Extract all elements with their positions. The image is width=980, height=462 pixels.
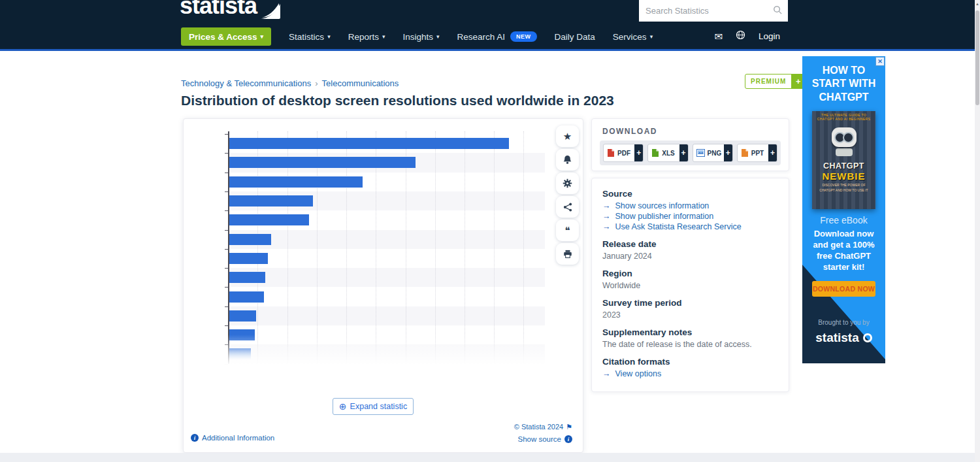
png-file-icon (696, 149, 705, 157)
nav-item-insights[interactable]: Insights▾ (402, 32, 439, 42)
download-pdf-button[interactable]: PDF+ (603, 144, 644, 162)
download-now-button[interactable]: DOWNLOAD NOW (812, 281, 875, 297)
bar-1280x720[interactable] (229, 214, 309, 225)
region-value: Worldwide (602, 281, 778, 290)
download-format-label: PDF (617, 150, 634, 157)
nav-item-services[interactable]: Services▾ (613, 32, 653, 42)
source-heading: Source (602, 189, 778, 199)
nav-right-cluster: ✉ Login (714, 30, 780, 42)
expand-label: Expand statistic (350, 402, 408, 411)
gridline (465, 131, 465, 364)
citation-quote-icon[interactable]: ❝ (556, 220, 579, 241)
axis-tick (225, 268, 228, 269)
ebook-top-line: THE ULTIMATE GUIDE TO CHATGPT AND AI BEG… (812, 111, 875, 121)
bar-2560x1440[interactable] (229, 253, 268, 264)
page-scrollbar[interactable]: ▲ (975, 0, 980, 462)
breadcrumb-link-category[interactable]: Technology & Telecommunications (181, 78, 311, 88)
breadcrumb-link-subcategory[interactable]: Telecommunications (322, 78, 399, 88)
globe-icon[interactable] (736, 30, 745, 42)
ad-close-icon[interactable]: ✕ (875, 57, 885, 66)
download-xls-button[interactable]: XLS+ (647, 144, 688, 162)
bar-1280x1024[interactable] (229, 291, 264, 303)
statista-logo[interactable]: statista (180, 0, 280, 20)
nav-item-reports[interactable]: Reports▾ (348, 32, 385, 42)
axis-tick (225, 210, 228, 211)
ad-free-ebook-label: Free eBook (802, 215, 885, 225)
scrollbar-up-arrow[interactable]: ▲ (975, 2, 980, 6)
plus-icon[interactable]: + (768, 144, 777, 161)
download-buttons: PDF+XLS+PNG+PPT+ (600, 140, 781, 165)
page-title: Distribution of desktop screen resolutio… (181, 93, 769, 108)
chart-row: 1536x864 (184, 173, 545, 191)
chart-toolbar: ★❝ (556, 125, 580, 265)
chart-row: 768x1024 (184, 306, 545, 325)
info-icon: i (191, 434, 199, 442)
chart-row: 1600x900 (184, 230, 545, 249)
search-icon[interactable] (773, 5, 783, 18)
flag-icon[interactable]: ⚑ (566, 423, 572, 431)
robot-illustration (832, 127, 857, 147)
login-link[interactable]: Login (759, 31, 780, 41)
mail-icon[interactable]: ✉ (714, 31, 723, 42)
chart-row: 1366x768 (184, 153, 545, 172)
ad-headline: HOW TO START WITH CHATGPT (802, 64, 885, 104)
arrow-icon: → (602, 222, 611, 231)
supplementary-notes-heading: Supplementary notes (602, 327, 778, 337)
gridline (435, 131, 436, 364)
axis-tick (225, 230, 228, 231)
chevron-down-icon: ▾ (382, 33, 385, 40)
bar-1536x864[interactable] (229, 176, 363, 188)
bar-1920x1080[interactable] (229, 138, 509, 149)
nav-item-research-ai[interactable]: Research AINEW (457, 31, 537, 42)
additional-information-link[interactable]: i Additional Information (191, 434, 274, 442)
bar-810x1080[interactable] (229, 272, 265, 283)
region-section: Region Worldwide (602, 269, 778, 290)
axis-tick (225, 153, 228, 154)
search-input[interactable] (639, 0, 788, 22)
nav-item-statistics[interactable]: Statistics▾ (289, 32, 331, 42)
scrollbar-thumb[interactable] (975, 10, 979, 105)
source-link[interactable]: →Show publisher information (602, 212, 778, 221)
statista-logo-text: statista (180, 0, 257, 20)
ebook-tagline: DISCOVER THE POWER OF CHATGPT AND HOW TO… (812, 183, 875, 193)
nav-item-daily-data[interactable]: Daily Data (555, 32, 595, 42)
top-nav: statista Prices & Access▾Statistics▾Repo… (0, 0, 975, 51)
expand-statistic-button[interactable]: ⊕ Expand statistic (333, 398, 414, 415)
source-section: Source →Show sources information→Show pu… (602, 189, 778, 231)
main-menu: Prices & Access▾Statistics▾Reports▾Insig… (181, 27, 653, 46)
chevron-down-icon: ▾ (436, 33, 440, 40)
bar-1440x900[interactable] (229, 195, 313, 206)
additional-info-label: Additional Information (202, 434, 274, 442)
gridline (523, 131, 524, 364)
notification-bell-icon[interactable] (556, 149, 579, 171)
robot-body (836, 148, 853, 156)
share-icon[interactable] (556, 196, 579, 218)
bar-1366x768[interactable] (229, 157, 416, 168)
view-options-link[interactable]: → View options (602, 369, 778, 378)
gridline (494, 131, 495, 364)
ebook-subtitle: NEWBIE (812, 171, 875, 182)
survey-period-value: 2023 (602, 310, 778, 320)
settings-gear-icon[interactable] (556, 173, 579, 194)
source-link[interactable]: →Show sources information (602, 201, 778, 210)
download-png-button[interactable]: PNG+ (693, 144, 733, 162)
nav-item-prices-access[interactable]: Prices & Access▾ (181, 27, 271, 46)
statista-circle-icon (863, 333, 872, 342)
release-date-section: Release date January 2024 (602, 239, 778, 261)
bar-1600x900[interactable] (229, 234, 271, 245)
plus-icon[interactable]: + (724, 144, 732, 161)
statistic-card: 1920x10801366x7681536x8641440x9001280x72… (183, 118, 583, 453)
advertisement-banner[interactable]: ✕ HOW TO START WITH CHATGPT THE ULTIMATE… (802, 56, 885, 363)
download-ppt-button[interactable]: PPT+ (737, 144, 777, 162)
show-source-link[interactable]: Show source i (518, 435, 572, 443)
print-icon[interactable] (556, 243, 579, 265)
statista-logo-icon (261, 0, 280, 17)
plus-icon[interactable]: + (679, 144, 688, 161)
favorite-star-icon[interactable]: ★ (556, 125, 579, 147)
bar-768x1024[interactable] (229, 310, 256, 322)
premium-badge[interactable]: PREMIUM + (745, 74, 806, 89)
supplementary-notes-value: The date of release is the date of acces… (602, 340, 778, 349)
source-link[interactable]: →Use Ask Statista Research Service (602, 222, 778, 231)
survey-period-section: Survey time period 2023 (602, 298, 778, 320)
plus-icon[interactable]: + (634, 144, 643, 161)
